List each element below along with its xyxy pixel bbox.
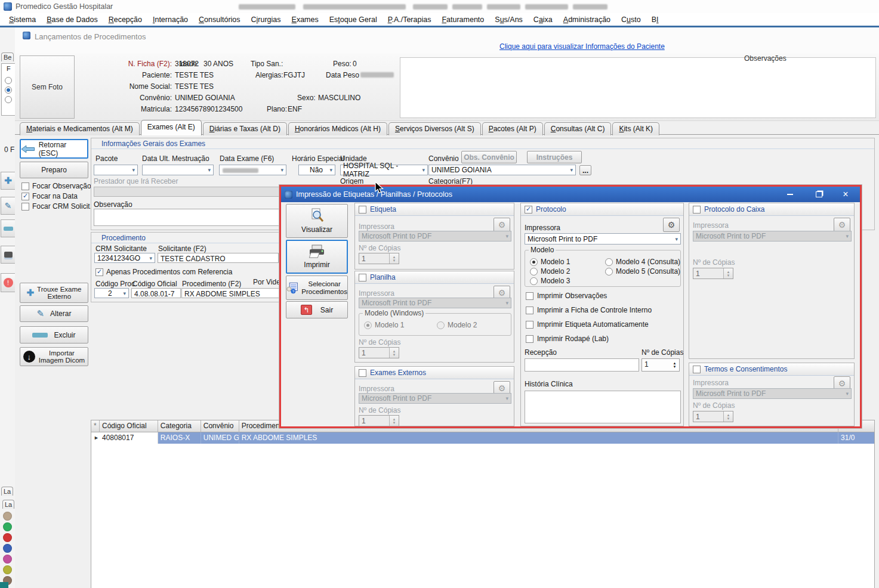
background-edit-button[interactable]: ✎ — [1, 197, 16, 215]
grid-cell-codigo[interactable]: 40808017 — [100, 432, 158, 444]
convenio-more-button[interactable]: ... — [579, 165, 591, 175]
recepcao-input[interactable] — [525, 358, 639, 372]
horario-especial-combo[interactable]: Não▾ — [298, 165, 335, 175]
menu-item[interactable]: Recepção — [103, 14, 147, 25]
background-app-icon[interactable] — [3, 565, 12, 574]
solicitante-field[interactable]: TESTE CADASTRO — [158, 253, 279, 263]
grid-row[interactable]: ► 40808017 RAIOS-X UNIMED GOIANIA RX ABD… — [91, 432, 874, 444]
protocolo-settings-button[interactable]: ⚙ — [663, 218, 680, 232]
focar-crm-checkbox[interactable]: Focar CRM Solicit. — [21, 202, 92, 211]
tab-di-rias-e-taxas-alt-d[interactable]: Diárias e Taxas (Alt D) — [203, 122, 287, 135]
menu-item[interactable]: Internação — [147, 14, 193, 25]
sair-button[interactable]: ↰ Sair — [286, 301, 348, 318]
protocolo-option-checkbox[interactable]: Imprimir Rodapé (Lab) — [526, 335, 652, 343]
background-tab[interactable]: Be — [1, 52, 14, 61]
menu-item[interactable]: Exames — [286, 14, 324, 25]
pacote-combo[interactable]: ▾ — [94, 165, 138, 175]
background-tab[interactable]: La — [2, 500, 14, 509]
protocolo-modelo-radio[interactable]: Modelo 4 (Consulta) — [605, 258, 680, 266]
protocolo-modelo-radio[interactable]: Modelo 1 — [530, 258, 570, 266]
menu-item[interactable]: Consultórios — [193, 14, 245, 25]
menu-item[interactable]: BI — [646, 14, 664, 25]
tab-honor-rios-m-dicos-alt-h[interactable]: Honorários Médicos (Alt H) — [288, 122, 387, 135]
convenio-combo[interactable]: UNIMED GOIANIA▾ — [428, 165, 576, 175]
background-alert-button[interactable]: ! — [1, 273, 16, 292]
menu-item[interactable]: Caixa — [528, 14, 558, 25]
menu-item[interactable]: P.A./Terapias — [383, 14, 437, 25]
menu-item[interactable]: Sistema — [4, 14, 41, 25]
exames-externos-header[interactable]: Exames Externos — [355, 367, 514, 379]
protocolo-impressora-combo[interactable]: Microsoft Print to PDF▾ — [525, 233, 681, 245]
retornar-button[interactable]: Retornar (ESC) — [20, 139, 88, 159]
protocolo-option-checkbox[interactable]: Imprimir Observações — [526, 292, 652, 300]
grid-header[interactable]: Categoria — [158, 420, 201, 432]
spinner-arrows-icon[interactable]: ▲▼ — [670, 359, 679, 371]
radio-button[interactable] — [5, 86, 12, 94]
tab-kits-alt-k[interactable]: Kits (Alt K) — [612, 122, 659, 135]
tab-consultas-alt-c[interactable]: Consultas (Alt C) — [544, 122, 612, 135]
checkbox-icon[interactable] — [693, 366, 701, 373]
procedimentos-grid[interactable]: * Código Oficial Categoria Convênio Proc… — [91, 420, 875, 588]
tab-pacotes-alt-p[interactable]: Pacotes (Alt P) — [482, 122, 543, 135]
dialog-title-bar[interactable]: Impressão de Etiquetas / Planilhas / Pro… — [281, 187, 860, 202]
maximize-button[interactable] — [810, 187, 828, 202]
termos-header[interactable]: Termos e Consentimentos — [689, 363, 854, 376]
menu-item[interactable]: Administração — [558, 14, 616, 25]
etiqueta-header[interactable]: Etiqueta — [355, 203, 514, 216]
apenas-ref-checkbox[interactable]: Apenas Procedimentos com Referencia — [95, 268, 232, 276]
minimize-button[interactable] — [781, 187, 799, 202]
protocolo-caixa-settings-button[interactable]: ⚙ — [834, 218, 850, 232]
protocolo-header[interactable]: Protocolo — [521, 203, 683, 216]
imprimir-button[interactable]: Imprimir — [286, 240, 348, 274]
checkbox-icon[interactable] — [359, 274, 366, 281]
unidade-combo[interactable]: HOSPITAL SQL - MATRIZ▾ — [340, 165, 428, 175]
grid-cell-data[interactable]: 31/0 — [838, 432, 874, 444]
menu-item[interactable]: Custo — [616, 14, 646, 25]
tab-servi-os-diversos-alt-s[interactable]: Serviços Diversos (Alt S) — [388, 122, 481, 135]
grid-cell-procedimento[interactable]: RX ABDOME SIMPLES — [239, 432, 838, 444]
cod-oficial-field[interactable]: 4.08.08.01-7 — [131, 288, 181, 298]
grid-header[interactable]: Convênio — [201, 420, 239, 432]
etiqueta-settings-button[interactable]: ⚙ — [494, 218, 510, 232]
planilha-modelo2-radio[interactable]: Modelo 2 — [437, 321, 477, 329]
checkbox-checked-icon[interactable] — [525, 206, 532, 213]
menu-item[interactable]: Faturamento — [436, 14, 489, 25]
checkbox-icon[interactable] — [693, 206, 701, 213]
checkbox-icon[interactable] — [359, 206, 366, 213]
radio-button[interactable] — [5, 96, 12, 103]
grid-header[interactable]: Código Oficial — [100, 420, 158, 432]
procedimento-field[interactable]: RX ABDOME SIMPLES — [181, 288, 279, 298]
menu-item[interactable]: Estoque Geral — [324, 14, 383, 25]
selecionar-procedimentos-button[interactable]: ? SelecionarProcedimentos — [286, 276, 348, 300]
preparo-button[interactable]: Preparo — [20, 162, 88, 178]
protocolo-caixa-header[interactable]: Protocolo do Caixa — [689, 203, 854, 216]
background-app-icon[interactable] — [3, 544, 12, 553]
obs-convenio-button[interactable]: Obs. Convênio — [461, 151, 517, 163]
importar-dicom-button[interactable]: ↓ ImportarImagem Dicom — [20, 347, 88, 366]
trouxe-exame-button[interactable]: ✚ Trouxe ExameExterno — [20, 283, 88, 303]
protocolo-option-checkbox[interactable]: Imprimir a Ficha de Controle Interno — [526, 306, 652, 314]
focar-na-data-checkbox[interactable]: Focar na Data — [21, 192, 78, 200]
historia-clinica-textarea[interactable] — [525, 391, 681, 423]
patient-info-link[interactable]: Clique aqui para visualizar Informações … — [499, 42, 665, 51]
planilha-header[interactable]: Planilha — [355, 271, 514, 284]
menu-item[interactable]: Base de Dados — [41, 14, 103, 25]
tab-exames-alt-e[interactable]: Exames (Alt E) — [141, 120, 202, 135]
alterar-button[interactable]: ✎ Alterar — [20, 305, 88, 322]
radio-button[interactable] — [5, 77, 12, 84]
crm-combo[interactable]: 12341234GO▾ — [94, 253, 155, 263]
protocolo-modelo-radio[interactable]: Modelo 2 — [530, 267, 570, 276]
instrucoes-button[interactable]: Instruções — [527, 151, 582, 163]
background-app-icon[interactable] — [3, 522, 12, 531]
observacoes-panel[interactable] — [400, 57, 876, 118]
data-exame-combo[interactable]: ▾ — [219, 165, 286, 175]
protocolo-copias-spinner[interactable]: 1▲▼ — [641, 358, 680, 372]
background-app-icon[interactable] — [3, 555, 12, 564]
protocolo-modelo-radio[interactable]: Modelo 5 (Consulta) — [605, 267, 680, 276]
background-add-button[interactable]: ✚ — [1, 172, 16, 190]
menu-item[interactable]: Sus/Ans — [489, 14, 528, 25]
planilha-modelo1-radio[interactable]: Modelo 1 — [364, 321, 404, 329]
cod-proc-combo[interactable]: 2▾ — [94, 288, 129, 298]
grid-cell-categoria[interactable]: RAIOS-X — [158, 432, 201, 444]
focar-observacao-checkbox[interactable]: Focar Observação — [21, 182, 91, 190]
